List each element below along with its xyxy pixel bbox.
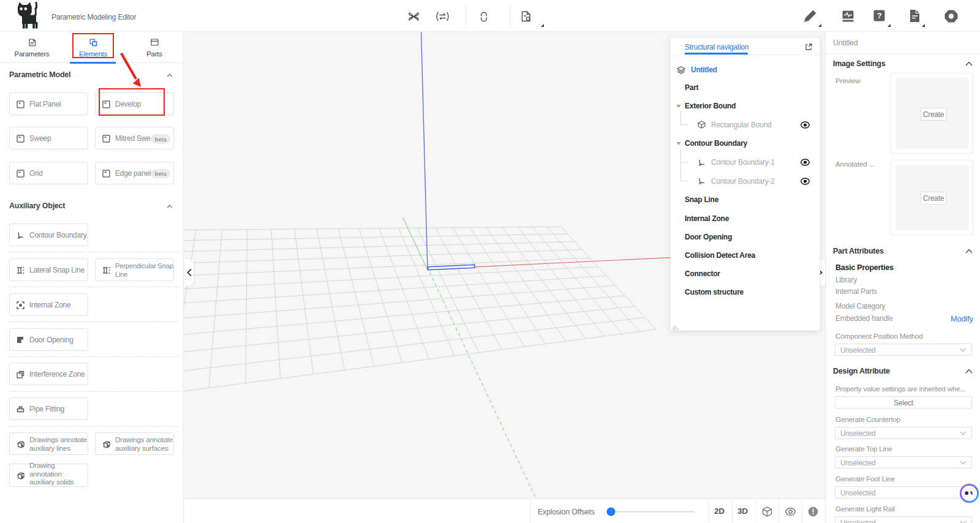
svg-text:?: ? xyxy=(877,11,882,20)
